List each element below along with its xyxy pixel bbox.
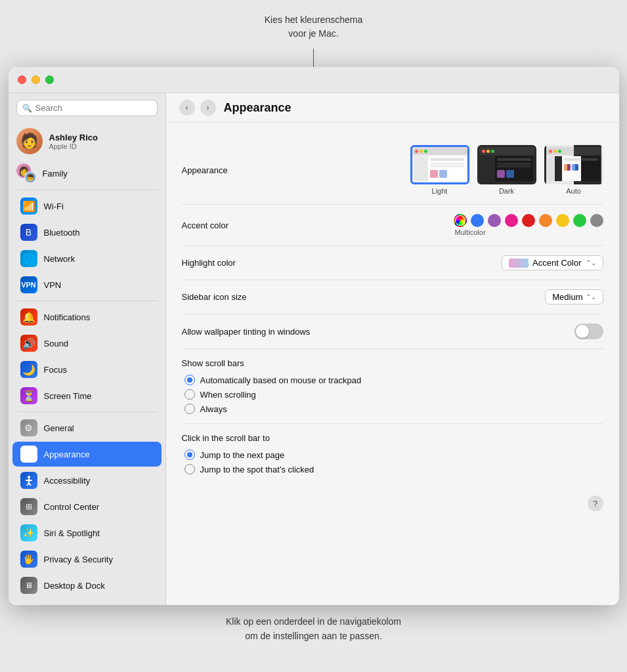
appearance-option-auto[interactable]: Auto: [544, 145, 603, 195]
mini-window-light: [412, 147, 467, 182]
sidebar-item-controlcenter[interactable]: ⊞ Control Center: [12, 494, 162, 519]
family-avatar: 👩 👦: [16, 163, 36, 183]
appearance-row: Appearance: [182, 136, 603, 205]
appearance-option-dark[interactable]: Dark: [477, 145, 536, 195]
mini-sidebar-light: [414, 156, 428, 181]
mini-dot-red-d: [482, 150, 485, 153]
accent-dot-pink[interactable]: [505, 214, 518, 227]
scroll-always-radio[interactable]: [184, 404, 195, 414]
siri-icon: ✨: [20, 524, 37, 541]
sidebar-item-bluetooth[interactable]: B Bluetooth: [12, 220, 162, 245]
sidebar-item-desktop[interactable]: 🖥 Desktop & Dock: [12, 573, 162, 598]
mini-window-dark: [479, 147, 534, 182]
svg-line-5: [29, 483, 31, 486]
back-button[interactable]: ‹: [179, 100, 195, 116]
appearance-thumb-light[interactable]: [410, 145, 469, 184]
mini-titlebar-dark: [479, 147, 534, 155]
sidebar-item-sound[interactable]: 🔊 Sound: [12, 331, 162, 356]
sidebar-icon-size-controls: Medium ⌃⌄: [545, 289, 603, 304]
wallpaper-tinting-toggle[interactable]: [574, 324, 603, 339]
sidebar-item-general[interactable]: ⚙ General: [12, 415, 162, 440]
accent-dot-yellow[interactable]: [556, 214, 569, 227]
scroll-auto-radio[interactable]: [184, 375, 195, 385]
click-scroll-section: Click in the scroll bar to Jump to the n…: [182, 424, 603, 484]
profile-subtitle: Apple ID: [49, 142, 98, 150]
accent-dot-green[interactable]: [573, 214, 586, 227]
sidebar-item-focus[interactable]: 🌙 Focus: [12, 357, 162, 382]
sidebar-icon-size-dropdown[interactable]: Medium ⌃⌄: [545, 289, 603, 304]
mini-main-dark: [495, 156, 533, 181]
maximize-button[interactable]: [45, 75, 54, 84]
click-nextpage-radio[interactable]: [184, 450, 195, 460]
scroll-scrolling-option[interactable]: When scrolling: [184, 389, 603, 400]
accent-dot-orange[interactable]: [539, 214, 552, 227]
accent-color-row: Accent color: [182, 205, 603, 246]
sidebar-item-wifi[interactable]: 📶 Wi-Fi: [12, 194, 162, 219]
accent-dot-blue[interactable]: [471, 214, 484, 227]
notifications-icon: 🔔: [20, 308, 37, 326]
panel-title: Appearance: [224, 101, 292, 115]
accent-option-multicolor[interactable]: [454, 214, 467, 227]
annotation-top-line1: Kies het kleurenschema: [265, 13, 362, 27]
accent-dot-graphite[interactable]: [590, 214, 603, 227]
mini-dot-red-a: [549, 150, 552, 153]
network-icon: 🌐: [20, 250, 37, 267]
highlight-color-controls: Accent Color ⌃⌄: [502, 255, 603, 270]
sidebar-item-notifications-label: Notifications: [44, 312, 91, 322]
accent-color-label: Accent color: [182, 220, 300, 230]
accent-dot-purple[interactable]: [488, 214, 501, 227]
scroll-scrolling-label: When scrolling: [200, 390, 256, 400]
appearance-thumb-dark[interactable]: [477, 145, 536, 184]
accent-dot-red[interactable]: [522, 214, 535, 227]
sidebar-icon-size-row: Sidebar icon size Medium ⌃⌄: [182, 280, 603, 314]
mini-dot-green-a: [558, 150, 561, 153]
search-bar[interactable]: 🔍: [16, 100, 158, 116]
sidebar-item-network-label: Network: [44, 254, 76, 264]
scroll-auto-option[interactable]: Automatically based on mouse or trackpad: [184, 375, 603, 385]
appearance-option-light[interactable]: Light: [410, 145, 469, 195]
sidebar-item-appearance[interactable]: Appearance: [12, 442, 162, 467]
sidebar-item-family[interactable]: 👩 👦 Family: [9, 159, 165, 187]
mini-dot-yellow-a: [553, 150, 557, 153]
sidebar-item-screentime[interactable]: ⏳ Screen Time: [12, 383, 162, 408]
sidebar-item-controlcenter-label: Control Center: [44, 502, 100, 512]
sidebar-item-accessibility-label: Accessibility: [44, 476, 91, 486]
sidebar-item-siri[interactable]: ✨ Siri & Spotlight: [12, 520, 162, 545]
sidebar-item-sound-label: Sound: [44, 339, 69, 348]
click-spot-radio[interactable]: [184, 464, 195, 474]
scroll-scrolling-radio[interactable]: [184, 389, 195, 400]
highlight-color-arrow: ⌃⌄: [586, 259, 596, 266]
sidebar-item-notifications[interactable]: 🔔 Notifications: [12, 304, 162, 329]
scroll-always-option[interactable]: Always: [184, 404, 603, 414]
profile-section[interactable]: 🧑 Ashley Rico Apple ID: [9, 123, 165, 159]
highlight-color-dropdown[interactable]: Accent Color ⌃⌄: [502, 255, 603, 270]
click-nextpage-option[interactable]: Jump to the next page: [184, 450, 603, 460]
sidebar-item-vpn[interactable]: VPN VPN: [12, 272, 162, 297]
annotation-bottom-line1: Klik op een onderdeel in de navigatiekol…: [226, 616, 401, 627]
mini-titlebar-light: [412, 147, 467, 155]
click-spot-option[interactable]: Jump to the spot that's clicked: [184, 464, 603, 474]
sidebar-item-vpn-label: VPN: [44, 280, 62, 290]
help-button[interactable]: ?: [588, 495, 603, 511]
scroll-bars-section: Show scroll bars Automatically based on …: [182, 349, 603, 424]
annotation-top: Kies het kleurenschema voor je Mac.: [265, 13, 362, 41]
close-button[interactable]: [18, 75, 26, 84]
accent-dot-multicolor[interactable]: [454, 214, 467, 227]
appearance-auto-label: Auto: [566, 187, 581, 195]
search-input[interactable]: [35, 103, 152, 113]
traffic-lights: [18, 75, 54, 84]
mini-dot-green-d: [491, 150, 494, 153]
click-nextpage-radio-inner: [187, 452, 192, 457]
accent-color-controls: Multicolor: [454, 214, 603, 236]
appearance-thumb-auto[interactable]: [544, 145, 603, 184]
focus-icon: 🌙: [20, 361, 37, 378]
sidebar-item-accessibility[interactable]: Accessibility: [12, 468, 162, 493]
sidebar-item-privacy[interactable]: 🖐 Privacy & Security: [12, 547, 162, 572]
highlight-color-row: Highlight color Accent Color ⌃⌄: [182, 246, 603, 280]
sidebar-item-network[interactable]: 🌐 Network: [12, 246, 162, 271]
accent-colors: [454, 214, 603, 227]
minimize-button[interactable]: [32, 75, 40, 84]
wallpaper-tinting-controls: [574, 324, 603, 339]
sidebar-item-appearance-label: Appearance: [44, 450, 90, 459]
forward-button[interactable]: ›: [200, 100, 216, 116]
